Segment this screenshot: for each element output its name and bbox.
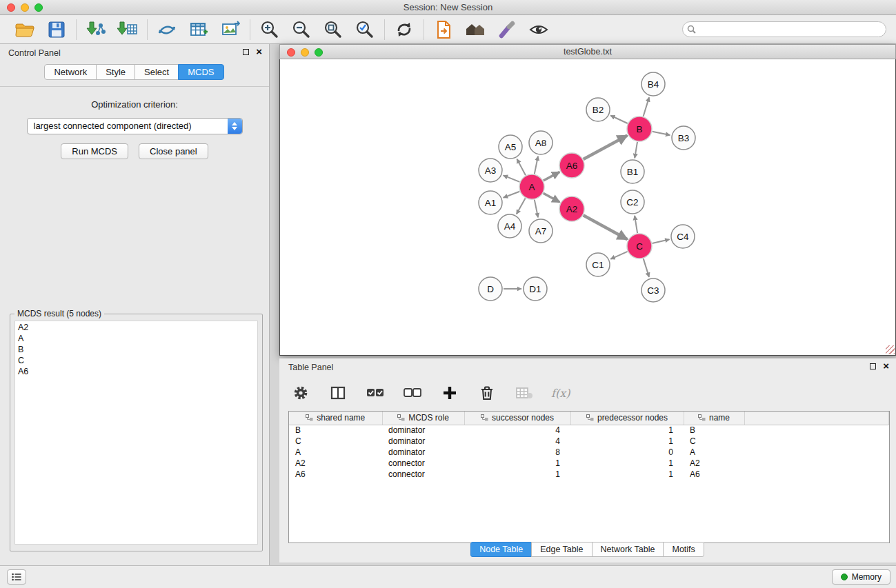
open-folder-icon[interactable] [14,19,35,40]
network-window-titlebar[interactable]: testGlobe.txt [279,44,896,59]
zoom-fit-icon[interactable] [323,19,344,40]
zoom-out-icon[interactable] [291,19,312,40]
node-A1[interactable]: A1 [479,191,502,214]
column-header-MCDS-role[interactable]: MCDS role [382,412,464,425]
cell[interactable]: dominator [382,436,464,447]
node-A7[interactable]: A7 [529,219,552,243]
node-A4[interactable]: A4 [498,214,521,238]
cell[interactable]: A2 [289,458,382,469]
node-C2[interactable]: C2 [621,190,644,214]
network-arrows-icon[interactable] [157,19,177,40]
cell[interactable]: 8 [464,447,570,458]
settings-gear-icon[interactable] [290,383,311,403]
cell[interactable]: 1 [570,469,684,480]
edge-C-C3[interactable] [644,258,649,277]
node-A6[interactable]: A6 [559,153,584,178]
zoom-selected-icon[interactable] [355,19,375,40]
cell[interactable]: 4 [464,425,570,436]
add-column-icon[interactable] [439,383,460,403]
edge-A6-B[interactable] [584,136,628,160]
edge-A-A1[interactable] [504,192,520,198]
table-tab-node-table[interactable]: Node Table [470,542,532,557]
minimize-window-icon[interactable] [21,3,29,12]
cell[interactable]: B [289,425,382,436]
result-item[interactable]: B [15,344,257,355]
float-panel-icon[interactable] [243,49,249,55]
table-tab-motifs[interactable]: Motifs [663,542,704,557]
cell[interactable]: C [684,436,744,447]
import-table-from-file-icon[interactable] [117,19,138,40]
control-tab-mcds[interactable]: MCDS [178,64,223,80]
result-item[interactable]: A6 [15,366,257,377]
task-history-button[interactable] [7,569,26,585]
table-tab-network-table[interactable]: Network Table [592,542,664,557]
network-graph[interactable]: B4B2BB3A5A8A6A3B1AA1A2C2A4A7C4CC1C3DD1 [280,59,895,355]
table-row[interactable]: A2connector11A2 [289,458,889,469]
select-all-icon[interactable] [365,383,386,403]
edge-C-C2[interactable] [635,216,637,233]
zoom-in-icon[interactable] [259,19,280,40]
zoom-view-icon[interactable] [315,48,323,57]
cell[interactable]: dominator [382,447,464,458]
node-C1[interactable]: C1 [586,253,610,276]
close-panel-button[interactable]: Close panel [139,143,208,159]
column-header-predecessor-nodes[interactable]: predecessor nodes [570,412,684,425]
cell[interactable]: dominator [382,425,464,436]
edge-B-B2[interactable] [610,116,628,124]
result-item[interactable]: A2 [15,322,257,333]
node-C3[interactable]: C3 [641,278,665,302]
edge-A-A4[interactable] [517,199,526,214]
node-B4[interactable]: B4 [641,72,665,96]
float-table-panel-icon[interactable] [870,363,876,369]
eye-icon[interactable] [528,19,549,40]
edge-B-B4[interactable] [644,97,650,116]
node-A[interactable]: A [519,174,544,199]
cell[interactable]: connector [382,469,464,480]
document-icon[interactable] [433,19,454,40]
table-row[interactable]: A6connector11A6 [289,469,889,480]
column-header-successor-nodes[interactable]: successor nodes [464,412,570,425]
columns-icon[interactable] [328,383,348,403]
cell[interactable]: B [684,425,744,436]
edge-A-A3[interactable] [504,175,520,182]
close-window-icon[interactable] [7,3,15,12]
node-D[interactable]: D [479,277,502,301]
node-B[interactable]: B [627,116,652,141]
edge-A-A2[interactable] [544,193,560,202]
minimize-view-icon[interactable] [301,48,309,57]
cell[interactable]: A2 [684,458,744,469]
close-table-panel-icon[interactable]: × [883,363,889,369]
cell[interactable]: A [684,447,744,458]
cell[interactable]: 1 [464,469,570,480]
cell[interactable]: A [289,447,382,458]
edge-B-B1[interactable] [635,142,637,159]
edge-A-A6[interactable] [544,172,560,181]
search-input[interactable] [682,21,886,37]
cell[interactable]: 1 [570,425,684,436]
close-panel-icon[interactable]: × [256,48,262,55]
node-B2[interactable]: B2 [586,98,610,121]
edge-A-A8[interactable] [535,156,538,174]
column-header-name[interactable]: name [684,412,744,425]
cell[interactable]: 0 [570,447,684,458]
select-stepper-icon[interactable] [228,119,242,134]
close-view-icon[interactable] [287,48,295,57]
control-tab-select[interactable]: Select [135,64,179,80]
deselect-all-icon[interactable] [402,383,423,403]
delete-column-icon[interactable] [477,383,497,403]
edge-C-C4[interactable] [653,239,670,243]
column-header-shared-name[interactable]: shared name [289,412,382,425]
node-A2[interactable]: A2 [559,196,584,221]
control-tab-style[interactable]: Style [96,64,135,80]
node-B1[interactable]: B1 [621,160,644,183]
table-tab-edge-table[interactable]: Edge Table [531,542,592,557]
run-mcds-button[interactable]: Run MCDS [61,143,128,159]
result-item[interactable]: A [15,333,257,344]
node-C4[interactable]: C4 [671,225,695,248]
cell[interactable]: A6 [289,469,382,480]
cell[interactable]: 4 [464,436,570,447]
edge-A-A7[interactable] [535,200,538,218]
node-A5[interactable]: A5 [499,135,522,159]
import-network-from-file-icon[interactable] [86,19,106,40]
cell[interactable]: C [289,436,382,447]
